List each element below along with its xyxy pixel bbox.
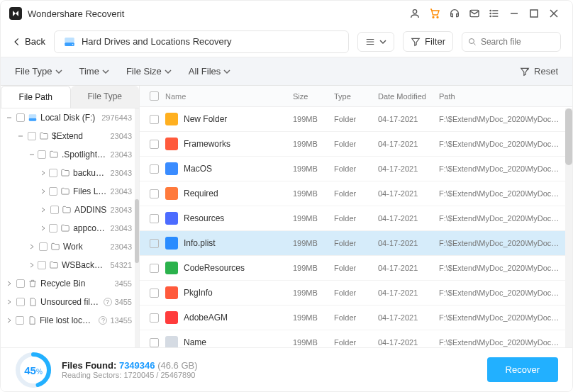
tree-checkbox[interactable] bbox=[28, 132, 36, 140]
tree-item[interactable]: Local Disk (F:)2976443 bbox=[1, 108, 139, 127]
table-row[interactable]: Required199MBFolder04-17-2021F:\$Extend\… bbox=[140, 181, 572, 206]
file-type: Folder bbox=[334, 338, 378, 347]
menu-icon[interactable] bbox=[484, 4, 504, 23]
tree-expand-icon[interactable] bbox=[29, 152, 35, 157]
row-checkbox[interactable] bbox=[150, 164, 159, 174]
table-scrollbar[interactable] bbox=[565, 108, 572, 347]
filter-file-size[interactable]: File Size bbox=[126, 66, 172, 77]
tree-checkbox[interactable] bbox=[16, 279, 25, 288]
tree-item[interactable]: WSBackupData54321 bbox=[1, 256, 139, 274]
file-date: 04-17-2021 bbox=[378, 164, 439, 173]
tree-expand-icon[interactable] bbox=[18, 133, 25, 139]
sidebar-scrollbar[interactable] bbox=[135, 108, 139, 347]
row-checkbox[interactable] bbox=[150, 239, 159, 248]
tree-checkbox[interactable] bbox=[38, 261, 46, 269]
search-input[interactable] bbox=[481, 37, 555, 47]
file-date: 04-17-2021 bbox=[378, 140, 439, 148]
tree-checkbox[interactable] bbox=[16, 298, 25, 306]
minimize-icon[interactable] bbox=[504, 4, 524, 23]
tree-label: appcompat bbox=[73, 223, 107, 233]
tree-item[interactable]: Files Lost Origi...23043 bbox=[1, 182, 139, 201]
table-row[interactable]: Frameworks199MBFolder04-17-2021F:\$Exten… bbox=[140, 132, 572, 157]
row-checkbox[interactable] bbox=[150, 140, 159, 149]
recover-button[interactable]: Recover bbox=[487, 357, 558, 382]
file-date: 04-17-2021 bbox=[378, 264, 439, 272]
support-icon[interactable] bbox=[445, 4, 464, 23]
row-checkbox[interactable] bbox=[150, 214, 159, 223]
tree-checkbox[interactable] bbox=[38, 150, 46, 159]
tree-expand-icon[interactable] bbox=[40, 207, 48, 213]
tree-expand-icon[interactable] bbox=[6, 115, 13, 121]
row-checkbox[interactable] bbox=[150, 264, 159, 273]
tree-expand-icon[interactable] bbox=[6, 318, 13, 323]
maximize-icon[interactable] bbox=[524, 4, 544, 23]
tree-expand-icon[interactable] bbox=[40, 170, 46, 176]
file-type-icon bbox=[165, 262, 178, 274]
tab-file-path[interactable]: File Path bbox=[1, 86, 71, 108]
tree-item[interactable]: Unsourced files?3455 bbox=[1, 293, 139, 311]
table-row[interactable]: Name199MBFolder04-17-2021F:\$Extend\MyDo… bbox=[140, 330, 572, 347]
file-type-icon bbox=[165, 187, 178, 200]
reset-button[interactable]: Reset bbox=[520, 66, 558, 77]
row-checkbox[interactable] bbox=[150, 338, 159, 347]
table-row[interactable]: CodeResources199MBFolder04-17-2021F:\$Ex… bbox=[140, 256, 572, 281]
row-checkbox[interactable] bbox=[150, 289, 159, 298]
tree-checkbox[interactable] bbox=[49, 169, 57, 177]
filter-all-files[interactable]: All Files bbox=[189, 66, 231, 77]
tree-checkbox[interactable] bbox=[50, 206, 59, 214]
tree-checkbox[interactable] bbox=[16, 316, 24, 325]
tree-expand-icon[interactable] bbox=[40, 225, 46, 231]
row-checkbox[interactable] bbox=[150, 313, 159, 323]
tab-file-type[interactable]: File Type bbox=[71, 86, 140, 108]
table-row[interactable]: New Folder199MBFolder04-17-2021F:\$Exten… bbox=[140, 107, 572, 132]
tree-checkbox[interactable] bbox=[49, 224, 57, 233]
help-icon[interactable]: ? bbox=[104, 298, 112, 306]
row-checkbox[interactable] bbox=[150, 189, 159, 198]
table-row[interactable]: AdobeAGM199MBFolder04-17-2021F:\$Extend\… bbox=[140, 306, 572, 330]
table-row[interactable]: MacOS199MBFolder04-17-2021F:\$Extend\MyD… bbox=[140, 157, 572, 181]
tree-expand-icon[interactable] bbox=[29, 244, 36, 250]
tree-expand-icon[interactable] bbox=[40, 189, 46, 194]
cart-icon[interactable] bbox=[425, 4, 445, 23]
chevron-down-icon bbox=[165, 68, 172, 75]
col-date[interactable]: Date Modified bbox=[378, 92, 439, 101]
sidebar-scrollbar-thumb[interactable] bbox=[135, 199, 139, 263]
table-scrollbar-thumb[interactable] bbox=[565, 108, 572, 165]
col-name[interactable]: Name bbox=[165, 92, 293, 101]
filter-time[interactable]: Time bbox=[79, 66, 109, 77]
table-row[interactable]: Resources199MBFolder04-17-2021F:\$Extend… bbox=[140, 206, 572, 231]
tree-expand-icon[interactable] bbox=[29, 262, 35, 268]
tree-expand-icon[interactable] bbox=[6, 299, 13, 305]
tree-item[interactable]: Work23043 bbox=[1, 237, 139, 256]
tree-checkbox[interactable] bbox=[49, 187, 57, 196]
tree-item[interactable]: appcompat23043 bbox=[1, 219, 139, 237]
tree-item[interactable]: $Extend23043 bbox=[1, 127, 139, 145]
tree-item[interactable]: ADDINS23043 bbox=[1, 201, 139, 219]
table-row[interactable]: PkgInfo199MBFolder04-17-2021F:\$Extend\M… bbox=[140, 281, 572, 306]
col-path[interactable]: Path bbox=[439, 92, 562, 101]
feedback-icon[interactable] bbox=[464, 4, 484, 23]
file-name: New Folder bbox=[184, 114, 227, 124]
tree-item[interactable]: File lost location?13455 bbox=[1, 311, 139, 330]
filter-button[interactable]: Filter bbox=[403, 31, 453, 52]
col-type[interactable]: Type bbox=[334, 92, 378, 101]
table-header: Name Size Type Date Modified Path bbox=[140, 86, 572, 107]
help-icon[interactable]: ? bbox=[99, 316, 107, 325]
breadcrumb[interactable]: Hard Drives and Locations Recovery bbox=[54, 30, 349, 53]
tree-item[interactable]: Recycle Bin3455 bbox=[1, 274, 139, 293]
col-size[interactable]: Size bbox=[293, 92, 334, 101]
tree-item[interactable]: .Spotlight-V10000...23043 bbox=[1, 145, 139, 164]
view-toggle[interactable] bbox=[357, 32, 394, 52]
select-all-checkbox[interactable] bbox=[150, 91, 159, 101]
tree-expand-icon[interactable] bbox=[6, 281, 13, 286]
back-button[interactable]: Back bbox=[12, 36, 45, 47]
row-checkbox[interactable] bbox=[150, 115, 159, 124]
tree-checkbox[interactable] bbox=[16, 113, 25, 122]
filter-file-type[interactable]: File Type bbox=[15, 66, 62, 77]
close-icon[interactable] bbox=[544, 4, 564, 23]
tree-checkbox[interactable] bbox=[39, 242, 48, 251]
search-box[interactable] bbox=[462, 32, 561, 52]
tree-item[interactable]: backupdata23043 bbox=[1, 164, 139, 182]
table-row[interactable]: Info.plist199MBFolder04-17-2021F:\$Exten… bbox=[140, 231, 572, 256]
user-icon[interactable] bbox=[405, 4, 425, 23]
